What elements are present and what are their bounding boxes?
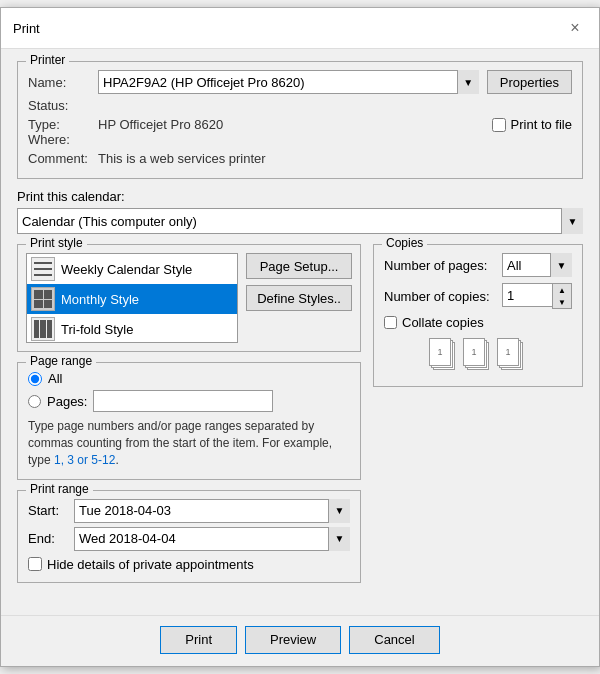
comment-row: Comment: This is a web services printer (28, 151, 572, 166)
style-item-weekly[interactable]: Weekly Calendar Style (27, 254, 237, 284)
trifold-bar-3 (47, 320, 52, 338)
hide-details-checkbox[interactable] (28, 557, 42, 571)
pages-radio-row: Pages: (28, 390, 350, 412)
page-stack-1: 3 2 1 (429, 338, 459, 376)
pages-copies-label: Number of pages: (384, 258, 496, 273)
where-row: Where: (28, 132, 572, 147)
printer-name-select-wrapper: HPA2F9A2 (HP Officejet Pro 8620) ▼ (98, 70, 479, 94)
copies-group: Copies Number of pages: All 1 2 ▼ (373, 244, 583, 387)
start-select[interactable]: Tue 2018-04-03 Wed 2018-04-04 (74, 499, 350, 523)
pages-copies-select[interactable]: All 1 2 (502, 253, 572, 277)
printer-name-row: Name: HPA2F9A2 (HP Officejet Pro 8620) ▼… (28, 70, 572, 94)
start-label: Start: (28, 503, 68, 518)
end-select[interactable]: Wed 2018-04-04 Thu 2018-04-05 (74, 527, 350, 551)
pages-radio[interactable] (28, 395, 41, 408)
start-row: Start: Tue 2018-04-03 Wed 2018-04-04 ▼ (28, 499, 350, 523)
style-row: Weekly Calendar Style (26, 253, 352, 343)
page-stack-2: 3 2 1 (463, 338, 493, 376)
comment-label: Comment: (28, 151, 98, 166)
print-to-file-text: Print to file (511, 117, 572, 132)
monthly-label: Monthly Style (61, 292, 139, 307)
cancel-button[interactable]: Cancel (349, 626, 439, 654)
weekly-icon (31, 257, 55, 281)
print-style-group: Print style (17, 244, 361, 352)
calendar-select-wrapper: Calendar (This computer only) All Calend… (17, 208, 583, 234)
page-setup-button[interactable]: Page Setup... (246, 253, 352, 279)
monthly-icon-grid (34, 290, 52, 308)
pages-label: Pages: (47, 394, 87, 409)
end-label: End: (28, 531, 68, 546)
define-styles-button[interactable]: Define Styles.. (246, 285, 352, 311)
print-to-file-label[interactable]: Print to file (492, 117, 572, 132)
num-copies-row: Number of copies: ▲ ▼ (384, 283, 572, 309)
properties-button[interactable]: Properties (487, 70, 572, 94)
style-item-trifold[interactable]: Tri-fold Style (27, 314, 237, 343)
printer-name-select[interactable]: HPA2F9A2 (HP Officejet Pro 8620) (98, 70, 479, 94)
hide-details-text: Hide details of private appointments (47, 557, 254, 572)
hint-text: Type page numbers and/or page ranges sep… (28, 418, 350, 468)
type-value: HP Officejet Pro 8620 (98, 117, 223, 132)
name-label: Name: (28, 75, 98, 90)
right-column: Copies Number of pages: All 1 2 ▼ (373, 244, 583, 592)
trifold-bar-1 (34, 320, 39, 338)
page-range-group: Page range All Pages: Type page numbers … (17, 362, 361, 479)
spin-down-button[interactable]: ▼ (553, 296, 571, 308)
style-item-monthly[interactable]: Monthly Style (27, 284, 237, 314)
all-radio-row: All (28, 371, 350, 386)
spin-buttons: ▲ ▼ (552, 283, 572, 309)
status-label: Status: (28, 98, 98, 113)
copies-number-input[interactable] (502, 283, 552, 307)
weekly-label: Weekly Calendar Style (61, 262, 192, 277)
hint-example: 1, 3 or 5-12 (54, 453, 115, 467)
cell-2 (44, 290, 53, 299)
cell-3 (34, 300, 43, 309)
start-select-wrapper: Tue 2018-04-03 Wed 2018-04-04 ▼ (74, 499, 350, 523)
preview-button[interactable]: Preview (245, 626, 341, 654)
collate-preview: 3 2 1 3 2 1 3 2 (384, 338, 572, 376)
where-label: Where: (28, 132, 98, 147)
type-print-row: Type: HP Officejet Pro 8620 Print to fil… (28, 117, 572, 132)
end-select-wrapper: Wed 2018-04-04 Thu 2018-04-05 ▼ (74, 527, 350, 551)
type-label: Type: (28, 117, 98, 132)
bottom-row: Print Preview Cancel (1, 615, 599, 666)
trifold-bars (34, 320, 52, 338)
comment-value: This is a web services printer (98, 151, 266, 166)
left-column: Print style (17, 244, 361, 592)
trifold-label: Tri-fold Style (61, 322, 133, 337)
pages-select-wrapper: All 1 2 ▼ (502, 253, 572, 277)
print-range-title: Print range (26, 482, 93, 496)
close-button[interactable]: × (563, 16, 587, 40)
calendar-select[interactable]: Calendar (This computer only) All Calend… (17, 208, 583, 234)
copies-number-wrapper: ▲ ▼ (502, 283, 572, 309)
status-row: Status: (28, 98, 572, 113)
trifold-icon (31, 317, 55, 341)
style-list-wrapper: Weekly Calendar Style (26, 253, 238, 343)
page-sheet-2-front: 1 (463, 338, 485, 366)
pages-copies-row: Number of pages: All 1 2 ▼ (384, 253, 572, 277)
cell-1 (34, 290, 43, 299)
print-button[interactable]: Print (160, 626, 237, 654)
all-radio[interactable] (28, 372, 42, 386)
collate-label: Collate copies (402, 315, 484, 330)
collate-checkbox[interactable] (384, 316, 397, 329)
hide-details-row: Hide details of private appointments (28, 557, 350, 572)
two-col-layout: Print style (17, 244, 583, 592)
style-list[interactable]: Weekly Calendar Style (26, 253, 238, 343)
monthly-icon (31, 287, 55, 311)
dialog-title: Print (13, 21, 40, 36)
style-buttons: Page Setup... Define Styles.. (246, 253, 352, 343)
print-dialog: Print × Printer Name: HPA2F9A2 (HP Offic… (0, 7, 600, 666)
hide-details-label[interactable]: Hide details of private appointments (28, 557, 350, 572)
page-range-title: Page range (26, 354, 96, 368)
printer-group: Printer Name: HPA2F9A2 (HP Officejet Pro… (17, 61, 583, 179)
all-label: All (48, 371, 62, 386)
collate-row: Collate copies (384, 315, 572, 330)
page-stack-3: 3 2 1 (497, 338, 527, 376)
copies-title: Copies (382, 236, 427, 250)
title-bar: Print × (1, 8, 599, 49)
cell-4 (44, 300, 53, 309)
trifold-bar-2 (40, 320, 45, 338)
spin-up-button[interactable]: ▲ (553, 284, 571, 296)
pages-input[interactable] (93, 390, 273, 412)
print-to-file-checkbox[interactable] (492, 118, 506, 132)
